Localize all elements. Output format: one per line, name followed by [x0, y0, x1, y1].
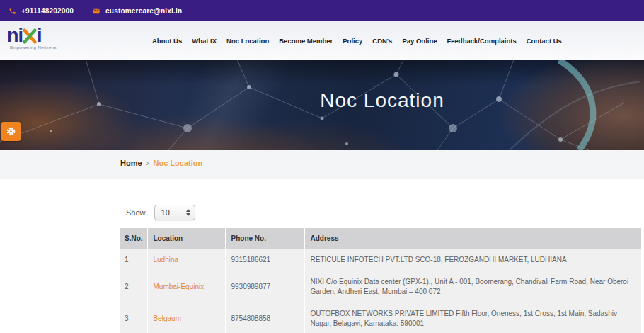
mail-icon — [92, 7, 100, 15]
nav-noc-location[interactable]: Noc Location — [226, 37, 269, 45]
header-phone[interactable]: Phone No. — [225, 228, 304, 249]
cell-phone: 9315186621 — [225, 249, 304, 271]
top-contact-bar: +911148202000 customercare@nixi.in — [0, 0, 644, 21]
cell-phone: 8754808858 — [225, 303, 304, 333]
logo-wordmark: ni i — [7, 26, 42, 45]
breadcrumb-separator-icon: › — [146, 158, 149, 168]
header-address[interactable]: Address — [304, 228, 641, 249]
logo-text-ni: ni — [7, 26, 23, 45]
cell-sno: 3 — [120, 303, 147, 333]
breadcrumb: Home › Noc Location — [120, 158, 202, 168]
table-row: 1 Ludhina 9315186621 RETICULE INFOTECH P… — [120, 249, 641, 271]
breadcrumb-home-link[interactable]: Home — [120, 159, 142, 167]
cell-phone: 9930989877 — [225, 271, 304, 303]
header-location[interactable]: Location — [147, 228, 225, 249]
nav-policy[interactable]: Policy — [343, 37, 362, 45]
location-link[interactable]: Ludhina — [154, 256, 179, 264]
cell-address: OUTOFBOX NETWORKS PRIVATE LIMITED Fifth … — [304, 303, 641, 333]
page-size-select[interactable]: 10 — [154, 205, 195, 220]
main-nav: About Us What IX Noc Location Become Mem… — [152, 21, 562, 60]
noc-locations-table: S.No. Location Phone No. Address 1 Ludhi… — [120, 227, 641, 333]
nav-feedback-complaints[interactable]: Feedback/Complaints — [447, 37, 517, 45]
main-content: Show 10 S.No. Location Phone No. Address — [0, 179, 644, 333]
email-address: customercare@nixi.in — [105, 7, 182, 15]
table-row: 2 Mumbai-Equinix 9930989877 NIXI C/o Equ… — [120, 271, 641, 303]
nav-pay-online[interactable]: Pay Online — [402, 37, 437, 45]
location-link[interactable]: Belgaum — [154, 315, 181, 322]
phone-icon — [8, 7, 16, 15]
nav-about-us[interactable]: About Us — [152, 37, 182, 45]
settings-gear-button[interactable] — [1, 122, 21, 141]
breadcrumb-band: Home › Noc Location — [0, 150, 644, 179]
select-spinner-icon — [186, 209, 190, 216]
logo-tagline: Empowering Netizens — [7, 45, 71, 50]
cell-sno: 2 — [120, 271, 147, 303]
location-link[interactable]: Mumbai-Equinix — [154, 283, 205, 290]
cell-sno: 1 — [120, 249, 147, 271]
breadcrumb-current: Noc Location — [154, 159, 203, 167]
page: +911148202000 customercare@nixi.in ni i … — [0, 0, 644, 333]
cell-address: RETICULE INFOTECH PVT.LTD SCO-18, FEROZG… — [304, 249, 641, 271]
table-header-row: S.No. Location Phone No. Address — [120, 228, 641, 249]
page-title: Noc Location — [120, 89, 644, 112]
page-size-value: 10 — [161, 208, 170, 217]
nav-cdns[interactable]: CDN's — [372, 37, 392, 45]
phone-contact[interactable]: +911148202000 — [8, 7, 74, 15]
nav-contact-us[interactable]: Contact Us — [527, 37, 562, 45]
phone-number: +911148202000 — [21, 7, 74, 15]
show-label: Show — [126, 208, 146, 217]
nav-what-ix[interactable]: What IX — [192, 37, 217, 45]
header-sno[interactable]: S.No. — [120, 228, 147, 249]
nav-become-member[interactable]: Become Member — [279, 37, 333, 45]
table-length-control: Show 10 — [126, 205, 644, 220]
site-header: ni i Empowering Netizens About Us What I… — [0, 21, 644, 60]
logo-x-icon — [22, 28, 38, 45]
email-contact[interactable]: customercare@nixi.in — [92, 7, 182, 15]
gear-icon — [6, 126, 16, 137]
nixi-logo[interactable]: ni i Empowering Netizens — [7, 26, 71, 50]
cell-address: NIXI C/o Equinix Data center (GPX-1)., U… — [304, 271, 641, 303]
table-row: 3 Belgaum 8754808858 OUTOFBOX NETWORKS P… — [120, 303, 641, 333]
hero-banner: Noc Location — [0, 60, 644, 150]
